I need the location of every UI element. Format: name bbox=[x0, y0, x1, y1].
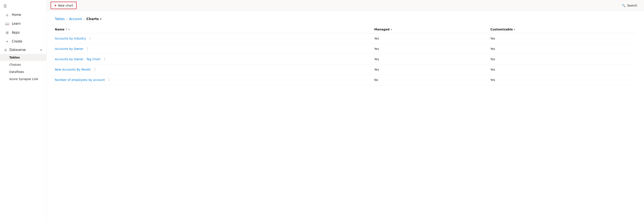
cell-name-4: New Accounts By Month⋮ bbox=[55, 64, 374, 75]
chart-name-2[interactable]: Accounts by Owner bbox=[55, 47, 84, 51]
cell-name-3: Accounts by Owner - Tag Chart⋮ bbox=[55, 54, 374, 64]
breadcrumb-current-label: Charts bbox=[86, 17, 99, 21]
sidebar-item-dataflows[interactable]: Dataflows bbox=[0, 68, 46, 75]
table-row: Number of employees by account⋮NoYes bbox=[55, 75, 636, 85]
dataflows-label: Dataflows bbox=[9, 70, 24, 74]
cell-customizable-4: Yes bbox=[490, 64, 636, 75]
toolbar-right: 🔍 Search bbox=[619, 3, 640, 9]
main-wrapper: + New chart 🔍 Search Tables › Account › … bbox=[46, 0, 644, 221]
cell-name-5: Number of employees by account⋮ bbox=[55, 75, 374, 85]
sidebar-item-create[interactable]: + Create bbox=[1, 37, 45, 46]
cell-managed-2: Yes bbox=[374, 44, 490, 54]
breadcrumb-current: Charts ∨ bbox=[86, 17, 102, 21]
plus-icon: + bbox=[54, 4, 57, 8]
cell-managed-3: Yes bbox=[374, 54, 490, 64]
sidebar-section-dataverse[interactable]: ◎ Dataverse ∧ bbox=[0, 46, 46, 54]
cell-managed-1: Yes bbox=[374, 33, 490, 44]
cell-customizable-2: Yes bbox=[490, 44, 636, 54]
more-menu-button-1[interactable]: ⋮ bbox=[87, 36, 93, 41]
choices-label: Choices bbox=[9, 63, 21, 66]
cell-customizable-5: Yes bbox=[490, 75, 636, 85]
more-menu-button-2[interactable]: ⋮ bbox=[85, 47, 91, 51]
sidebar-item-home[interactable]: ⌂ Home bbox=[1, 11, 45, 19]
tables-label: Tables bbox=[9, 56, 20, 59]
dataverse-icon: ◎ bbox=[4, 48, 7, 52]
sidebar-item-label: Learn bbox=[12, 22, 21, 26]
breadcrumb-separator-1: › bbox=[66, 17, 68, 21]
column-name-label: Name bbox=[55, 28, 64, 31]
chart-name-5[interactable]: Number of employees by account bbox=[55, 78, 105, 82]
chart-name-1[interactable]: Accounts by Industry bbox=[55, 37, 86, 40]
managed-sort-icon: ↓ bbox=[390, 28, 392, 31]
chart-name-3[interactable]: Accounts by Owner - Tag Chart bbox=[55, 58, 100, 61]
sidebar-item-label: Apps bbox=[12, 31, 20, 35]
sidebar-item-label: Create bbox=[12, 40, 22, 43]
name-sort-asc-icon: ↑ bbox=[65, 28, 67, 31]
table-row: Accounts by Owner⋮YesYes bbox=[55, 44, 636, 54]
new-chart-button[interactable]: + New chart bbox=[51, 2, 76, 9]
more-menu-button-5[interactable]: ⋮ bbox=[106, 78, 112, 82]
home-icon: ⌂ bbox=[5, 13, 9, 17]
dataverse-label: Dataverse bbox=[10, 48, 26, 52]
sidebar-item-apps[interactable]: ⊞ Apps bbox=[1, 28, 45, 37]
customizable-sort-icon: ↓ bbox=[514, 28, 516, 31]
table-row: Accounts by Owner - Tag Chart⋮YesYes bbox=[55, 54, 636, 64]
column-header-customizable[interactable]: Customizable ↓ bbox=[490, 26, 636, 33]
cell-name-1: Accounts by Industry⋮ bbox=[55, 33, 374, 44]
sidebar-item-tables[interactable]: Tables bbox=[0, 54, 46, 61]
toolbar: + New chart 🔍 Search bbox=[46, 0, 644, 11]
column-header-managed[interactable]: Managed ↓ bbox=[374, 26, 490, 33]
name-sort-desc-icon: ↓ bbox=[68, 28, 70, 31]
hamburger-button[interactable]: ☰ bbox=[0, 2, 46, 10]
breadcrumb-tables[interactable]: Tables bbox=[55, 17, 65, 21]
breadcrumb-chevron-icon[interactable]: ∨ bbox=[100, 17, 102, 21]
charts-table: Name ↑ ↓ Managed ↓ Customizable bbox=[55, 26, 636, 85]
toolbar-left: + New chart bbox=[51, 2, 76, 9]
sidebar-item-azure-synapse[interactable]: Azure Synapse Link bbox=[0, 75, 46, 83]
sidebar-item-learn[interactable]: 📖 Learn bbox=[1, 20, 45, 28]
create-icon: + bbox=[5, 39, 9, 44]
column-header-name[interactable]: Name ↑ ↓ bbox=[55, 26, 374, 33]
breadcrumb: Tables › Account › Charts ∨ bbox=[55, 17, 636, 21]
table-row: Accounts by Industry⋮YesYes bbox=[55, 33, 636, 44]
sidebar: ☰ ⌂ Home 📖 Learn ⊞ Apps + Create ◎ Datav… bbox=[0, 0, 46, 221]
main-content: Tables › Account › Charts ∨ Name ↑ ↓ bbox=[46, 11, 644, 221]
breadcrumb-separator-2: › bbox=[84, 17, 84, 21]
azure-synapse-label: Azure Synapse Link bbox=[9, 77, 38, 81]
chart-name-4[interactable]: New Accounts By Month bbox=[55, 68, 90, 71]
search-button[interactable]: 🔍 Search bbox=[619, 3, 640, 9]
column-customizable-label: Customizable bbox=[490, 28, 513, 31]
sidebar-item-label: Home bbox=[12, 13, 21, 17]
cell-customizable-1: Yes bbox=[490, 33, 636, 44]
new-chart-label: New chart bbox=[58, 4, 73, 7]
apps-icon: ⊞ bbox=[5, 31, 9, 35]
sidebar-item-choices[interactable]: Choices bbox=[0, 61, 46, 68]
cell-name-2: Accounts by Owner⋮ bbox=[55, 44, 374, 54]
learn-icon: 📖 bbox=[5, 22, 9, 26]
more-menu-button-4[interactable]: ⋮ bbox=[92, 67, 98, 72]
breadcrumb-account[interactable]: Account bbox=[69, 17, 82, 21]
cell-customizable-3: Yes bbox=[490, 54, 636, 64]
column-managed-label: Managed bbox=[374, 28, 390, 31]
dataverse-chevron-icon: ∧ bbox=[40, 48, 42, 51]
table-row: New Accounts By Month⋮YesYes bbox=[55, 64, 636, 75]
search-icon: 🔍 bbox=[622, 4, 626, 7]
cell-managed-4: Yes bbox=[374, 64, 490, 75]
cell-managed-5: No bbox=[374, 75, 490, 85]
search-label: Search bbox=[627, 4, 637, 7]
more-menu-button-3[interactable]: ⋮ bbox=[102, 57, 108, 61]
